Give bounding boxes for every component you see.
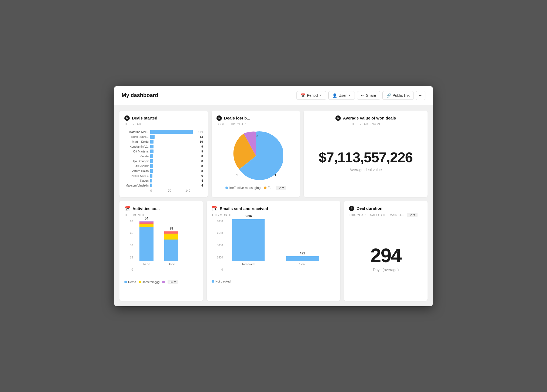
more-legend-button[interactable]: +4 ▼ (168, 280, 178, 284)
dollar-icon: $ (349, 206, 354, 211)
bar-row: Maksym Viushkin4 (124, 184, 203, 187)
deals-lost-subtitle: LOST · THIS YEAR (216, 122, 295, 126)
deals-started-chart: Katerina Mer...131Kristi Luber...13Marti… (124, 129, 203, 187)
bar-row: Aleksandr8 (124, 164, 203, 168)
legend-item-ineffective: Ineffective messaging (225, 186, 261, 190)
activities-title: Activities co... (132, 206, 160, 211)
calendar-icon: 📅 (124, 206, 130, 212)
share-label: Share (366, 93, 376, 98)
chevron-down-icon: ▼ (348, 94, 351, 97)
dollar-icon: $ (216, 115, 222, 121)
bar-row: Artem Halas8 (124, 169, 203, 173)
activities-card: 📅 Activities co... THIS MONTH 60 45 30 1… (119, 201, 203, 301)
dashboard-body: $ Deals started THIS YEAR Katerina Mer..… (114, 105, 433, 306)
bar-fill (150, 150, 154, 153)
avg-value-subtitle: THIS YEAR · WON (351, 122, 380, 126)
calendar-icon: 📅 (301, 93, 305, 98)
more-subtitle-button[interactable]: +2 ▼ (407, 213, 418, 217)
user-label: User (339, 93, 347, 98)
emails-card: 📅 Emails sent and received THIS MONTH 60… (207, 201, 340, 301)
bar-row: Ilja Smarjov8 (124, 159, 203, 163)
pie-chart-container: 2 1 1 Ineffective messaging E... (216, 129, 295, 190)
legend-color (225, 187, 228, 189)
user-icon: 👤 (332, 93, 337, 98)
activities-legend: Demo somethinggg +4 ▼ (124, 280, 198, 284)
chevron-down-icon: ▼ (319, 94, 322, 97)
deals-started-title: Deals started (132, 116, 157, 120)
avg-value-header: $ Average value of won deals (335, 115, 396, 121)
svg-text:1: 1 (274, 173, 276, 177)
deals-started-header: $ Deals started (124, 115, 203, 121)
bar-fill (150, 164, 153, 168)
calendar-icon: 📅 (212, 206, 218, 212)
avg-value-label: Average deal value (349, 168, 382, 172)
page-title: My dashboard (122, 92, 296, 98)
legend-label: E... (268, 186, 272, 190)
more-legend-button[interactable]: +2 ▼ (276, 186, 286, 190)
top-row: $ Deals started THIS YEAR Katerina Mer..… (119, 111, 428, 197)
y-axis: 60 45 30 15 0 (124, 220, 133, 271)
legend-color (264, 187, 266, 189)
deal-duration-header: $ Deal duration (349, 206, 423, 211)
avg-value-card: $ Average value of won deals THIS YEAR ·… (304, 111, 428, 197)
bar-fill (150, 169, 153, 173)
bar-fill (150, 130, 193, 134)
more-options-button[interactable]: ··· (416, 91, 425, 100)
header-controls: 📅 Period ▼ 👤 User ▼ ⇠ Share 🔗 Public lin… (296, 91, 425, 100)
period-label: Period (307, 93, 318, 98)
public-link-button[interactable]: 🔗 Public link (382, 91, 414, 100)
deal-duration-number: 294 (370, 244, 401, 267)
ellipsis-icon: ··· (419, 93, 422, 98)
bar-row: Katerina Mer...131 (124, 130, 203, 134)
share-icon: ⇠ (361, 93, 364, 98)
deal-duration-value-container: 294 Days (average) (349, 220, 423, 296)
activities-header: 📅 Activities co... (124, 206, 198, 212)
svg-text:1: 1 (236, 173, 238, 177)
bar-fill (150, 174, 152, 178)
deals-started-subtitle: THIS YEAR (124, 122, 203, 126)
chevron-down-icon: ▼ (282, 186, 285, 190)
bar-row: Konstantin V...9 (124, 145, 203, 148)
deals-lost-card: $ Deals lost b... LOST · THIS YEAR (212, 111, 300, 197)
deals-started-card: $ Deals started THIS YEAR Katerina Mer..… (119, 111, 208, 197)
chevron-down-icon: ▼ (413, 213, 416, 217)
deal-duration-card: $ Deal duration THIS YEAR · SALES (THE M… (344, 201, 428, 301)
bar-fill (150, 159, 153, 163)
emails-chart: 6000 4500 3000 1500 0 5336 R (212, 220, 335, 277)
pie-legend: Ineffective messaging E... +2 ▼ (225, 186, 286, 190)
bar-fill (150, 179, 152, 182)
received-value: 5336 (245, 214, 252, 218)
activities-chart: 60 45 30 15 0 54 (124, 220, 198, 277)
bar-fill (150, 140, 154, 144)
legend-demo: Demo (124, 280, 136, 284)
period-button[interactable]: 📅 Period ▼ (296, 91, 326, 100)
bar-fill (150, 135, 155, 139)
header: My dashboard 📅 Period ▼ 👤 User ▼ ⇠ Share… (114, 86, 433, 105)
emails-legend: Not tracked (212, 280, 335, 283)
bar-row: Ott Martens9 (124, 150, 203, 153)
avg-value-number: $7,113,557,226 (319, 149, 412, 165)
bar-fill (150, 184, 152, 187)
chevron-down-icon: ▼ (174, 280, 176, 284)
user-button[interactable]: 👤 User ▼ (328, 91, 355, 100)
bar-fill (150, 154, 153, 158)
deals-lost-title: Deals lost b... (224, 116, 250, 120)
deal-duration-title: Deal duration (356, 206, 382, 211)
dashboard-window: My dashboard 📅 Period ▼ 👤 User ▼ ⇠ Share… (114, 86, 433, 306)
deal-duration-subtitle: THIS YEAR · SALES (THE MAIN O... +2 ▼ (349, 213, 423, 217)
legend-label: Ineffective messaging (229, 186, 261, 190)
emails-subtitle: THIS MONTH (212, 213, 335, 217)
legend-purple (162, 280, 165, 284)
deals-lost-header: $ Deals lost b... (216, 115, 295, 121)
axis-labels: 070140 (150, 189, 203, 192)
bottom-row: 📅 Activities co... THIS MONTH 60 45 30 1… (119, 201, 428, 301)
bar-row: Violeta8 (124, 154, 203, 158)
legend-somethinggg: somethinggg (139, 280, 159, 284)
bar-row: Kasun4 (124, 179, 203, 182)
legend-item-e: E... (264, 186, 272, 190)
share-button[interactable]: ⇠ Share (357, 91, 380, 100)
avg-value-title: Average value of won deals (343, 116, 396, 120)
bar-row: Kristo Karp 16 (124, 174, 203, 178)
emails-title: Emails sent and received (220, 206, 268, 211)
pie-chart: 2 1 1 (229, 129, 283, 183)
